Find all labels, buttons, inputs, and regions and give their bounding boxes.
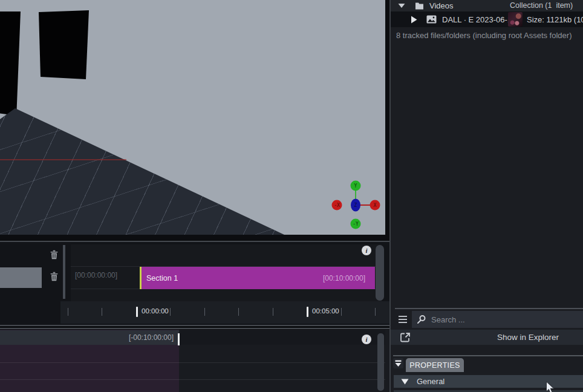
track-header-chip[interactable]	[0, 267, 42, 288]
collection-count: Collection (1 item)	[510, 1, 573, 10]
file-thumbnail[interactable]	[508, 12, 523, 27]
image-icon	[426, 15, 437, 24]
svg-text:-X: -X	[334, 203, 340, 208]
delete-track-button-1[interactable]	[49, 250, 59, 260]
timeline-header-right[interactable]	[180, 330, 385, 345]
chevron-down-icon[interactable]	[401, 379, 409, 385]
svg-text:X: X	[374, 203, 377, 208]
offset-header[interactable]: [-00:10:00:00]	[0, 330, 179, 345]
tracked-files-status: 8 tracked files/folders (including root …	[396, 31, 572, 40]
timeline-panel-bottom: [-00:10:00:00] i	[0, 330, 390, 392]
timeline-tracks-area[interactable]: [00:00:00:00] Section 1 [00:10:00:00]	[71, 244, 382, 301]
timeline-ruler[interactable]: 00:00:0000:05:00	[60, 301, 390, 324]
mouse-cursor	[546, 381, 555, 392]
search-box[interactable]	[412, 311, 583, 328]
ruler-minor-tick	[170, 308, 171, 316]
timeline-divider-1	[0, 325, 390, 326]
row-separator	[0, 362, 385, 363]
play-icon[interactable]	[411, 16, 417, 24]
collapse-all-button[interactable]	[393, 358, 403, 368]
ruler-major-tick	[136, 307, 138, 317]
gizmo-neg-y-axis[interactable]: -Y	[351, 219, 361, 229]
row-separator	[0, 379, 385, 380]
tab-properties[interactable]: PROPERTIES	[406, 358, 464, 372]
ruler-minor-tick	[238, 308, 239, 316]
search-row	[391, 310, 583, 328]
info-icon[interactable]: i	[362, 246, 371, 255]
assets-panel: Videos Collection (1 item) DALL · E 2023…	[391, 0, 583, 392]
section-clip[interactable]: Section 1 [00:10:00:00]	[142, 267, 375, 289]
ruler-minor-tick	[204, 308, 205, 316]
timeline-scrollbar-bottom[interactable]	[377, 333, 384, 391]
playhead-cursor[interactable]	[178, 333, 180, 345]
ruler-minor-tick	[273, 308, 273, 316]
svg-text:-Y: -Y	[353, 221, 359, 227]
folder-name: Videos	[429, 1, 454, 10]
file-row-selected[interactable]: DALL · E 2023-06-13 Size: 1121kb (1024	[391, 11, 583, 27]
ruler-major-tick	[307, 307, 308, 317]
section-end-timecode: [00:10:00:00]	[323, 274, 365, 283]
menu-icon[interactable]	[399, 316, 407, 323]
gizmo-y-axis[interactable]: Y	[351, 181, 361, 191]
folder-row-videos[interactable]: Videos Collection (1 item)	[391, 0, 583, 11]
gizmo-neg-x-axis[interactable]: -X	[332, 200, 342, 211]
search-input[interactable]	[430, 311, 581, 328]
track-scrollbar-vertical[interactable]	[63, 245, 65, 299]
external-link-icon	[399, 332, 411, 344]
ruler-minor-tick	[68, 308, 68, 316]
panel-divider	[395, 308, 583, 309]
info-icon[interactable]: i	[362, 335, 371, 344]
gizmo-z-axis[interactable]: Z	[351, 199, 360, 212]
gizmo-x-axis[interactable]: X	[370, 200, 380, 211]
timeline-panel-top: [00:00:00:00] Section 1 [00:10:00:00] i …	[0, 242, 390, 325]
scene-wall-quad[interactable]	[38, 10, 89, 79]
ruler-minor-tick	[102, 308, 102, 316]
app-window: Y -Y -X X Z	[0, 0, 583, 392]
search-icon	[417, 315, 426, 324]
offset-timecode: [-00:10:00:00]	[129, 333, 174, 342]
folder-icon	[415, 1, 424, 10]
section-general-label: General	[417, 375, 445, 388]
svg-text:Z: Z	[354, 203, 357, 208]
properties-panel-border	[393, 355, 583, 356]
chevron-down-icon[interactable]	[398, 3, 405, 8]
clip-start-timecode: [00:00:00:00]	[75, 271, 117, 279]
ruler-minor-tick	[375, 308, 376, 316]
show-in-explorer-button[interactable]: Show in Explorer	[391, 330, 583, 345]
ruler-minor-tick	[341, 308, 342, 316]
show-in-explorer-label: Show in Explorer	[497, 330, 559, 345]
file-size: Size: 1121kb (1024	[527, 15, 583, 24]
ruler-label: 00:05:00	[312, 307, 339, 315]
grid-x-axis-line	[0, 159, 126, 160]
timeline-scrollbar[interactable]	[376, 245, 384, 301]
viewport-3d[interactable]: Y -Y -X X Z	[0, 0, 385, 235]
delete-track-button-2[interactable]	[49, 272, 59, 282]
timeline-divider-2	[0, 328, 390, 329]
svg-text:Y: Y	[354, 183, 357, 189]
file-name: DALL · E 2023-06-13	[442, 15, 516, 24]
section-clip-label: Section 1	[146, 274, 178, 283]
orientation-gizmo[interactable]: Y -Y -X X Z	[330, 179, 382, 231]
scene-wall-left[interactable]	[0, 11, 21, 116]
tab-properties-label: PROPERTIES	[409, 361, 460, 370]
ruler-label: 00:00:00	[142, 307, 169, 315]
